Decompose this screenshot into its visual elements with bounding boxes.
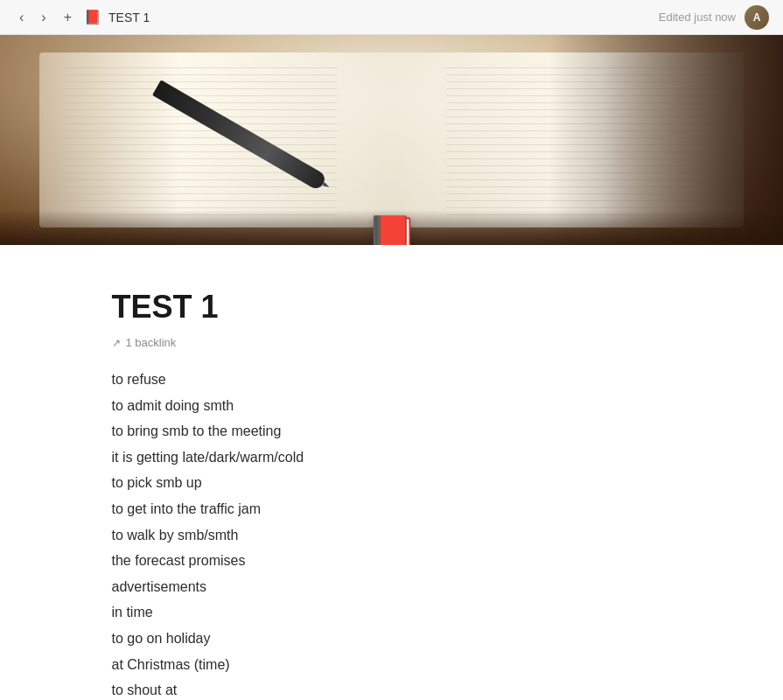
edited-timestamp: Edited just now bbox=[659, 10, 736, 24]
backlink-icon: ↗ bbox=[112, 337, 121, 349]
hero-image: 📕 bbox=[0, 35, 783, 245]
list-item: to get into the traffic jam bbox=[112, 496, 672, 522]
list-item: to bring smb to the meeting bbox=[112, 418, 672, 444]
list-item: to pick smb up bbox=[112, 470, 672, 496]
hero-page-icon: 📕 bbox=[366, 214, 418, 245]
forward-button[interactable]: › bbox=[36, 8, 51, 27]
list-item: to admit doing smth bbox=[112, 393, 672, 419]
list-item: advertisements bbox=[112, 574, 672, 600]
list-item: in time bbox=[112, 599, 672, 626]
page-icon-nav: 📕 bbox=[84, 9, 101, 25]
list-item: to refuse bbox=[112, 367, 672, 393]
nav-left: ‹ › + 📕 TEST 1 bbox=[14, 8, 150, 27]
list-item: the forecast promises bbox=[112, 548, 672, 574]
list-item: to go on holiday bbox=[112, 626, 672, 652]
top-navigation-bar: ‹ › + 📕 TEST 1 Edited just now A bbox=[0, 0, 783, 35]
list-item: at Christmas (time) bbox=[112, 652, 672, 678]
back-button[interactable]: ‹ bbox=[14, 8, 29, 27]
backlink-count: 1 backlink bbox=[126, 336, 177, 349]
backlink-row[interactable]: ↗ 1 backlink bbox=[94, 336, 689, 349]
avatar[interactable]: A bbox=[745, 5, 769, 30]
book-lines-left bbox=[63, 61, 337, 219]
content-area: TEST 1 ↗ 1 backlink to refuseto admit do… bbox=[94, 245, 689, 700]
content-list: to refuseto admit doing smthto bring smb… bbox=[94, 367, 689, 700]
list-item: to shout at bbox=[112, 677, 672, 700]
list-item: it is getting late/dark/warm/cold bbox=[112, 444, 672, 471]
list-item: to walk by smb/smth bbox=[112, 522, 672, 549]
page-title-nav: TEST 1 bbox=[108, 10, 150, 24]
page-title: TEST 1 bbox=[94, 289, 689, 326]
nav-right: Edited just now A bbox=[659, 5, 769, 30]
add-button[interactable]: + bbox=[59, 8, 77, 27]
